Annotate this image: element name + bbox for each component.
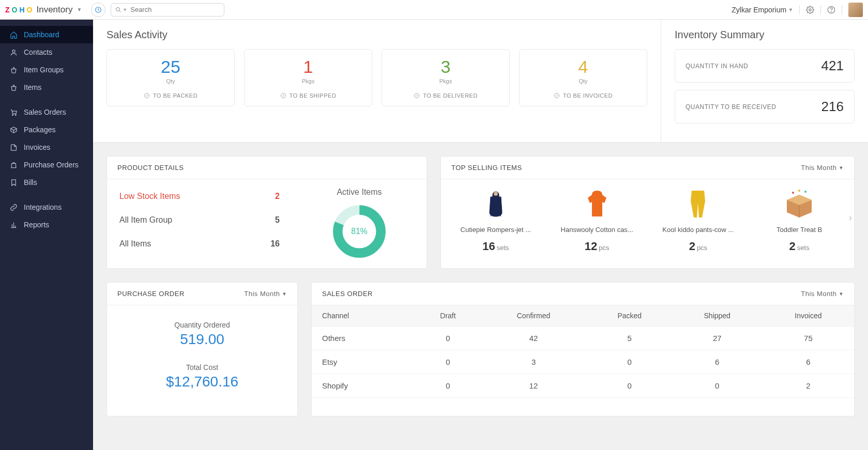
table-row: Shopify012002 bbox=[312, 374, 854, 398]
table-cell: 0 bbox=[416, 327, 480, 350]
inv-value: 216 bbox=[821, 99, 844, 115]
divider bbox=[820, 5, 821, 14]
sidebar-item-sales-orders[interactable]: Sales Orders bbox=[0, 103, 93, 121]
product-detail-row[interactable]: All Items16 bbox=[107, 232, 292, 256]
product-unit: sets bbox=[797, 244, 810, 252]
recent-history-button[interactable] bbox=[91, 3, 105, 17]
card-footer: TO BE PACKED bbox=[107, 92, 234, 99]
table-cell: 42 bbox=[480, 327, 587, 350]
activity-card[interactable]: 1 Pkgs TO BE SHIPPED bbox=[244, 49, 372, 106]
product-image bbox=[753, 188, 846, 221]
table-cell: 5 bbox=[587, 327, 672, 350]
table-cell: 0 bbox=[587, 374, 672, 398]
inv-label: QUANTITY TO BE RECEIVED bbox=[686, 103, 776, 111]
activity-card[interactable]: 4 Qty TO BE INVOICED bbox=[519, 49, 647, 106]
panel-title: TOP SELLING ITEMS bbox=[451, 164, 522, 172]
sidebar-item-purchase-orders[interactable]: Purchase Orders bbox=[0, 156, 93, 174]
card-unit: Qty bbox=[107, 78, 234, 84]
search-input[interactable] bbox=[130, 6, 220, 13]
pd-value: 2 bbox=[275, 192, 280, 201]
top-selling-panel: TOP SELLING ITEMS This Month▼ Cutiepie R… bbox=[440, 156, 855, 269]
sidebar-item-label: Packages bbox=[24, 126, 55, 134]
panel-title: PURCHASE ORDER bbox=[117, 290, 185, 298]
product-image bbox=[449, 188, 542, 221]
card-number: 4 bbox=[520, 57, 647, 77]
org-switcher[interactable]: Zylkar Emporium ▼ bbox=[732, 6, 793, 14]
panel-title: PRODUCT DETAILS bbox=[117, 164, 184, 172]
search-box[interactable]: ▼ bbox=[111, 3, 224, 17]
pd-label: All Item Group bbox=[119, 215, 172, 225]
svg-point-15 bbox=[792, 192, 794, 194]
sidebar-item-label: Reports bbox=[24, 221, 49, 229]
product-qty: 2 bbox=[789, 240, 796, 253]
card-number: 25 bbox=[107, 57, 234, 77]
product-detail-row[interactable]: All Item Group5 bbox=[107, 208, 292, 232]
sidebar-item-dashboard[interactable]: Dashboard bbox=[0, 26, 93, 43]
top-selling-item[interactable]: Toddler Treat B 2sets bbox=[750, 188, 849, 253]
panel-title: SALES ORDER bbox=[322, 290, 373, 298]
sales-activity-section: Sales Activity 25 Qty TO BE PACKED1 Pkgs… bbox=[93, 20, 661, 142]
box-icon bbox=[9, 126, 18, 134]
settings-button[interactable] bbox=[806, 6, 814, 14]
sidebar: DashboardContactsItem GroupsItemsSales O… bbox=[0, 20, 93, 450]
card-unit: Pkgs bbox=[245, 78, 372, 84]
product-qty: 2 bbox=[689, 240, 695, 253]
product-name: Inventory bbox=[36, 5, 72, 15]
bag-icon bbox=[9, 161, 18, 169]
svg-point-2 bbox=[809, 9, 811, 11]
sidebar-item-label: Invoices bbox=[24, 143, 50, 151]
main-content: Sales Activity 25 Qty TO BE PACKED1 Pkgs… bbox=[93, 20, 868, 450]
product-unit: pcs bbox=[697, 244, 707, 252]
avatar[interactable] bbox=[848, 3, 863, 17]
svg-point-16 bbox=[804, 191, 806, 193]
table-cell: 0 bbox=[672, 374, 763, 398]
filter-dropdown[interactable]: This Month▼ bbox=[244, 290, 287, 298]
inv-label: QUANTITY IN HAND bbox=[686, 63, 748, 70]
sidebar-item-invoices[interactable]: Invoices bbox=[0, 138, 93, 156]
product-qty: 12 bbox=[585, 240, 597, 253]
active-items-chart: Active Items 81% bbox=[292, 179, 427, 268]
basket-icon bbox=[9, 66, 18, 74]
sidebar-item-contacts[interactable]: Contacts bbox=[0, 43, 93, 61]
sidebar-item-integrations[interactable]: Integrations bbox=[0, 198, 93, 216]
activity-card[interactable]: 3 Pkgs TO BE DELIVERED bbox=[382, 49, 510, 106]
card-number: 1 bbox=[245, 57, 372, 77]
inventory-summary-section: Inventory Summary QUANTITY IN HAND421QUA… bbox=[661, 20, 868, 142]
top-selling-item[interactable]: Kool kiddo pants-cow ... 2pcs bbox=[649, 188, 748, 253]
product-detail-row[interactable]: Low Stock Items2 bbox=[107, 184, 292, 208]
product-unit: pcs bbox=[599, 244, 609, 252]
pd-label: All Items bbox=[119, 239, 151, 249]
total-cost-label: Total Cost bbox=[117, 363, 287, 371]
table-header: Shipped bbox=[672, 305, 763, 327]
card-number: 3 bbox=[382, 57, 509, 77]
card-footer: TO BE DELIVERED bbox=[382, 92, 509, 99]
user-icon bbox=[9, 49, 18, 56]
top-selling-item[interactable]: Cutiepie Rompers-jet ... 16sets bbox=[446, 188, 545, 253]
filter-dropdown[interactable]: This Month▼ bbox=[801, 290, 844, 298]
sidebar-item-reports[interactable]: Reports bbox=[0, 216, 93, 234]
logo[interactable]: ZOHO Inventory ▼ bbox=[5, 5, 82, 15]
next-button[interactable]: › bbox=[849, 212, 852, 223]
sidebar-item-bills[interactable]: Bills bbox=[0, 174, 93, 191]
product-name: Cutiepie Rompers-jet ... bbox=[449, 226, 542, 234]
top-selling-item[interactable]: Hanswooly Cotton cas... 12pcs bbox=[547, 188, 647, 253]
divider bbox=[842, 5, 842, 14]
sidebar-item-items[interactable]: Items bbox=[0, 79, 93, 96]
card-footer: TO BE INVOICED bbox=[520, 92, 647, 99]
help-button[interactable] bbox=[827, 6, 835, 14]
sidebar-item-item-groups[interactable]: Item Groups bbox=[0, 61, 93, 79]
card-unit: Pkgs bbox=[382, 78, 509, 84]
activity-card[interactable]: 25 Qty TO BE PACKED bbox=[106, 49, 235, 106]
link-icon bbox=[9, 204, 18, 211]
filter-dropdown[interactable]: This Month▼ bbox=[801, 164, 844, 172]
sidebar-item-label: Item Groups bbox=[24, 66, 64, 74]
pd-value: 5 bbox=[275, 215, 280, 225]
basket-icon bbox=[9, 84, 18, 91]
svg-point-4 bbox=[831, 11, 832, 12]
home-icon bbox=[9, 31, 18, 39]
qty-ordered-value: 519.00 bbox=[117, 331, 287, 348]
svg-point-6 bbox=[12, 114, 13, 115]
table-header: Confirmed bbox=[480, 305, 587, 327]
sidebar-item-packages[interactable]: Packages bbox=[0, 121, 93, 138]
chart-title: Active Items bbox=[337, 188, 382, 197]
